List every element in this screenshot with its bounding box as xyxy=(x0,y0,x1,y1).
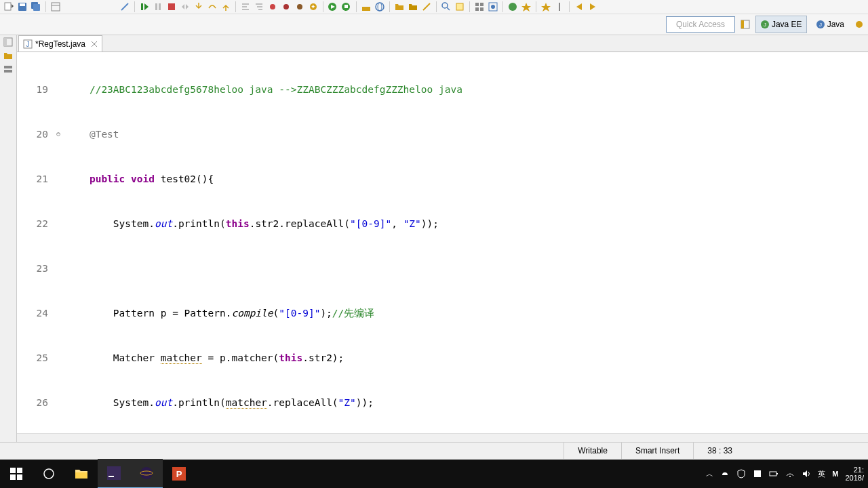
svg-rect-5 xyxy=(33,4,40,11)
globe-icon[interactable] xyxy=(374,1,386,13)
step-over-icon[interactable] xyxy=(206,1,218,13)
svg-line-8 xyxy=(121,3,128,10)
tray-volume-icon[interactable] xyxy=(802,469,811,479)
svg-point-42 xyxy=(509,3,517,11)
perspective-bar: Quick Access J Java EE J Java xyxy=(0,14,868,35)
svg-rect-9 xyxy=(141,3,143,10)
svg-rect-72 xyxy=(108,476,114,477)
svg-rect-6 xyxy=(52,3,60,11)
bug3-icon[interactable] xyxy=(294,1,306,13)
search-icon[interactable] xyxy=(440,1,452,13)
left-trim-bar xyxy=(0,35,17,442)
editor-tabs: J *RegTest.java xyxy=(17,35,868,52)
tray-app-icon[interactable] xyxy=(753,469,762,479)
terminate-icon[interactable] xyxy=(165,1,178,13)
quick-access-field[interactable]: Quick Access xyxy=(666,16,735,33)
svg-point-69 xyxy=(44,469,54,479)
javaee-icon: J xyxy=(760,20,770,29)
open-perspective-icon[interactable] xyxy=(739,18,751,30)
external-dropdown-icon[interactable] xyxy=(340,1,353,13)
step-into-icon[interactable] xyxy=(193,1,205,13)
svg-rect-77 xyxy=(754,470,761,477)
line-number: 23 xyxy=(21,261,54,276)
line-number: 25 xyxy=(21,350,54,365)
tray-wifi-icon[interactable] xyxy=(785,469,795,479)
svg-point-54 xyxy=(856,21,863,28)
line-number: 19 xyxy=(21,82,54,97)
perspective-java[interactable]: J Java xyxy=(811,16,849,33)
svg-rect-70 xyxy=(75,472,87,479)
run-dropdown-icon[interactable] xyxy=(327,1,339,13)
close-tab-icon[interactable] xyxy=(91,41,98,47)
svg-marker-47 xyxy=(590,3,595,10)
star2-icon[interactable] xyxy=(540,1,552,13)
editor-tab-regtest[interactable]: J *RegTest.java xyxy=(18,35,102,52)
line-number: 26 xyxy=(21,395,54,410)
intellij-button[interactable] xyxy=(98,459,130,488)
grid-icon[interactable] xyxy=(473,1,486,13)
resume-icon[interactable] xyxy=(138,1,151,13)
toggle-icon[interactable] xyxy=(50,1,62,13)
perspective-extra-icon[interactable] xyxy=(853,18,865,30)
separator xyxy=(356,1,357,12)
tray-ime[interactable]: 英 xyxy=(818,469,825,479)
svg-rect-49 xyxy=(741,20,744,28)
package-explorer-icon[interactable] xyxy=(3,50,14,61)
servers-icon[interactable] xyxy=(3,64,14,75)
tray-chevron-icon[interactable]: ︿ xyxy=(706,469,713,479)
eclipse-button[interactable] xyxy=(130,459,163,488)
browser-icon[interactable] xyxy=(487,1,499,13)
tray-m[interactable]: M xyxy=(832,470,838,478)
tray-battery-icon[interactable] xyxy=(769,469,778,479)
svg-text:J: J xyxy=(764,22,766,28)
deploy-icon[interactable] xyxy=(360,1,372,13)
globe2-icon[interactable] xyxy=(507,1,519,13)
svg-text:✦: ✦ xyxy=(311,3,316,10)
cortana-button[interactable] xyxy=(33,460,65,488)
disconnect-icon[interactable] xyxy=(179,1,191,13)
align-icon[interactable] xyxy=(239,1,252,13)
separator xyxy=(436,1,437,12)
save-icon[interactable] xyxy=(16,1,28,13)
file-explorer-button[interactable] xyxy=(65,460,98,488)
star1-icon[interactable] xyxy=(520,1,532,13)
sort-icon[interactable] xyxy=(253,1,265,13)
tray-shield-icon[interactable] xyxy=(736,469,746,479)
status-writable: Writable xyxy=(564,443,621,459)
marker-icon[interactable] xyxy=(553,1,566,13)
start-button[interactable] xyxy=(0,460,33,488)
separator xyxy=(469,1,470,12)
svg-rect-11 xyxy=(155,3,157,10)
editor-area: J *RegTest.java 19 //23ABC123abcdefg5678… xyxy=(17,35,868,442)
svg-rect-0 xyxy=(5,3,11,10)
new-class-icon[interactable]: ✦ xyxy=(307,1,319,13)
highlight-icon[interactable] xyxy=(454,1,466,13)
powerpoint-button[interactable]: P xyxy=(163,460,195,488)
folder1-icon[interactable] xyxy=(393,1,406,13)
back-icon[interactable] xyxy=(573,1,585,13)
svg-rect-35 xyxy=(456,3,463,10)
tray-clock[interactable]: 21: 2018/ xyxy=(845,466,864,482)
forward-icon[interactable] xyxy=(587,1,599,13)
code-editor[interactable]: 19 //23ABC123abcdefg5678heloo java -->ZZ… xyxy=(17,52,868,433)
folder2-icon[interactable] xyxy=(407,1,419,13)
svg-rect-28 xyxy=(344,5,348,8)
step-return-icon[interactable] xyxy=(220,1,232,13)
debug-wand-icon[interactable] xyxy=(119,1,131,13)
bug2-icon[interactable] xyxy=(280,1,292,13)
svg-rect-37 xyxy=(480,3,484,6)
perspective-java-label: Java xyxy=(827,20,844,29)
horizontal-scrollbar[interactable] xyxy=(17,433,868,442)
status-cursor-pos: 38 : 33 xyxy=(693,443,746,459)
suspend-icon[interactable] xyxy=(152,1,164,13)
wand2-icon[interactable] xyxy=(420,1,433,13)
bug1-icon[interactable] xyxy=(267,1,279,13)
restore-icon[interactable] xyxy=(3,37,14,47)
svg-rect-58 xyxy=(4,70,12,73)
new-dropdown-icon[interactable] xyxy=(3,1,15,13)
perspective-javaee-label: Java EE xyxy=(772,20,802,29)
save-all-icon[interactable] xyxy=(30,1,42,13)
svg-rect-57 xyxy=(4,66,12,68)
tray-onedrive-icon[interactable] xyxy=(720,469,730,479)
perspective-javaee[interactable]: J Java EE xyxy=(755,16,807,33)
